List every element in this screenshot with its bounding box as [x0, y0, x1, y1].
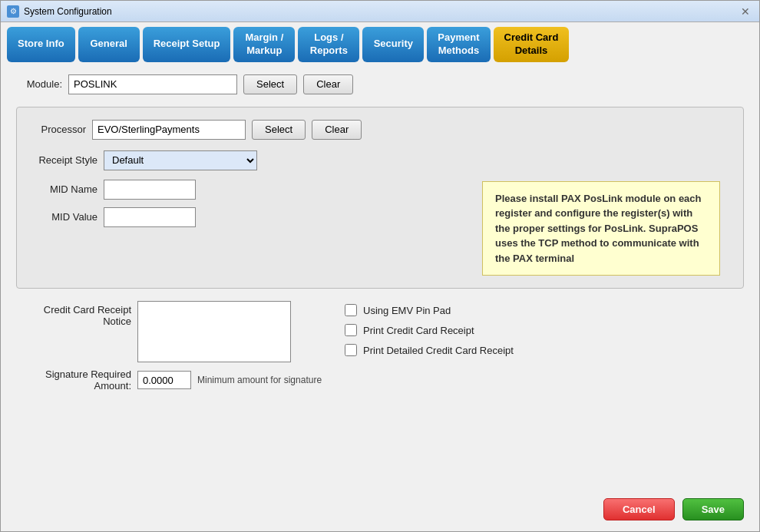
receipt-notice-label: Credit Card Receipt Notice — [16, 301, 131, 327]
tab-logs-reports[interactable]: Logs / Reports — [298, 27, 359, 62]
cancel-button[interactable]: Cancel — [603, 498, 675, 520]
receipt-style-label: Receipt Style — [32, 154, 97, 166]
sig-amount-input[interactable] — [137, 371, 191, 389]
checkbox-print-detailed-cc-receipt[interactable] — [345, 344, 357, 356]
receipt-notice-row: Credit Card Receipt Notice — [16, 301, 322, 362]
left-bottom: Credit Card Receipt Notice Signature Req… — [16, 301, 322, 392]
mid-name-input[interactable] — [104, 180, 196, 200]
module-select-button[interactable]: Select — [243, 74, 297, 94]
mid-value-label: MID Value — [32, 211, 97, 223]
sig-amount-row: Signature Required Amount: Minimum amoun… — [16, 368, 322, 392]
footer: Cancel Save — [1, 491, 759, 531]
processor-select-button[interactable]: Select — [252, 120, 306, 140]
save-button[interactable]: Save — [682, 498, 744, 520]
receipt-notice-textarea[interactable] — [137, 301, 291, 362]
sig-amount-label: Signature Required Amount: — [16, 368, 131, 392]
window-icon: ⚙ — [7, 5, 19, 18]
tab-receipt-setup[interactable]: Receipt Setup — [143, 27, 231, 62]
tab-credit-card-details[interactable]: Credit Card Details — [494, 27, 570, 62]
tab-store-info[interactable]: Store Info — [7, 27, 75, 62]
module-input[interactable] — [68, 74, 237, 94]
tab-security[interactable]: Security — [362, 27, 424, 62]
processor-clear-button[interactable]: Clear — [312, 120, 362, 140]
checkbox-print-detailed-cc-receipt-row: Print Detailed Credit Card Receipt — [345, 344, 514, 356]
checkbox-emv-pin-pad-row: Using EMV Pin Pad — [345, 304, 514, 316]
checkbox-print-detailed-cc-receipt-label[interactable]: Print Detailed Credit Card Receipt — [363, 345, 514, 356]
system-configuration-window: ⚙ System Configuration ✕ Store Info Gene… — [0, 0, 760, 532]
receipt-style-row: Receipt Style Default Style 1 Style 2 — [32, 150, 728, 170]
info-box-text: Please install PAX PosLink module on eac… — [495, 193, 702, 264]
title-bar: ⚙ System Configuration ✕ — [1, 1, 759, 22]
bottom-section: Credit Card Receipt Notice Signature Req… — [16, 301, 744, 392]
processor-section: Processor Select Clear Receipt Style Def… — [16, 107, 744, 289]
content-area: Module: Select Clear Processor Select Cl… — [1, 62, 759, 491]
processor-label: Processor — [32, 124, 86, 135]
processor-row: Processor Select Clear — [32, 120, 728, 140]
module-clear-button[interactable]: Clear — [303, 74, 353, 94]
receipt-style-select[interactable]: Default Style 1 Style 2 — [104, 150, 257, 170]
checkbox-emv-pin-pad-label[interactable]: Using EMV Pin Pad — [363, 305, 451, 316]
processor-input[interactable] — [92, 120, 246, 140]
right-bottom: Using EMV Pin Pad Print Credit Card Rece… — [345, 301, 514, 392]
checkbox-print-cc-receipt-row: Print Credit Card Receipt — [345, 324, 514, 336]
window-title: System Configuration — [24, 6, 738, 17]
sig-amount-hint: Minimum amount for signature — [197, 375, 322, 385]
mid-value-input[interactable] — [104, 207, 196, 227]
checkbox-emv-pin-pad[interactable] — [345, 304, 357, 316]
tab-margin-markup[interactable]: Margin / Markup — [233, 27, 295, 62]
checkbox-print-cc-receipt[interactable] — [345, 324, 357, 336]
close-button[interactable]: ✕ — [738, 4, 753, 19]
tab-general[interactable]: General — [78, 27, 140, 62]
module-label: Module: — [16, 78, 62, 90]
info-box: Please install PAX PosLink module on eac… — [482, 181, 720, 276]
module-row: Module: Select Clear — [16, 74, 744, 94]
tab-payment-methods[interactable]: Payment Methods — [427, 27, 490, 62]
checkbox-print-cc-receipt-label[interactable]: Print Credit Card Receipt — [363, 325, 474, 336]
tab-bar: Store Info General Receipt Setup Margin … — [1, 22, 759, 62]
mid-name-label: MID Name — [32, 183, 97, 195]
